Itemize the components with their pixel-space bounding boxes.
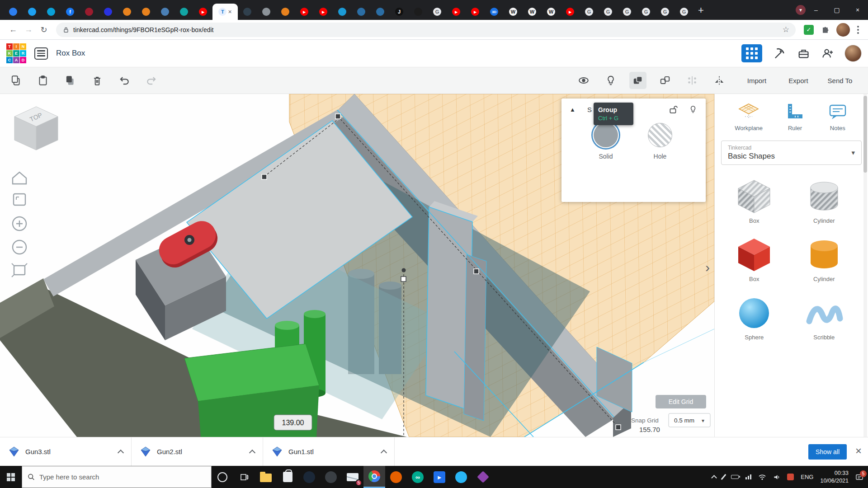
download-item[interactable]: Gun1.stl [263,437,395,466]
hidden-icons-chevron[interactable] [711,475,717,481]
shape-library-select[interactable]: Tinkercad Basic Shapes ▾ [721,141,862,165]
browser-tab[interactable] [118,4,137,20]
adblock-extension-icon[interactable]: ✓ [804,25,814,35]
browser-tab[interactable]: G [675,4,693,20]
window-minimize-button[interactable]: – [806,0,826,20]
browser-tab[interactable]: G [428,4,447,20]
task-view-button[interactable] [233,466,255,488]
solid-swatch[interactable] [594,123,618,147]
wifi-icon[interactable] [758,474,766,480]
chrome-taskbar-button[interactable] [363,466,385,488]
battery-icon[interactable] [731,475,739,479]
browser-tab[interactable] [352,4,371,20]
browser-tab[interactable]: J [390,4,409,20]
browser-tab[interactable]: ▸ [466,4,485,20]
browser-tab[interactable]: f [61,4,80,20]
download-item[interactable]: Gun3.stl [0,437,132,466]
download-chevron-icon[interactable] [249,449,255,455]
extensions-puzzle-icon[interactable] [819,24,831,36]
start-button[interactable] [0,466,22,488]
sidebar-scrollbar[interactable] [863,94,867,437]
tab-close-icon[interactable]: × [228,9,231,15]
browser-tab[interactable] [276,4,295,20]
window-close-button[interactable]: × [847,0,868,20]
sidebar-collapse-chevron[interactable]: › [705,260,710,275]
browser-tab[interactable]: ▸ [193,4,212,20]
delete-button[interactable] [89,72,106,89]
browser-tab[interactable] [23,4,42,20]
omnibox[interactable]: tinkercad.com/things/9FBOR1eSGpR-rox-box… [56,23,796,37]
browser-tab[interactable]: W [542,4,561,20]
steam-taskbar-button[interactable] [298,466,320,488]
hole-option[interactable]: Hole [648,123,672,160]
ruler-tool[interactable]: Ruler [784,101,805,131]
taskbar-search[interactable] [22,466,212,488]
briefcase-icon-button[interactable] [796,46,811,61]
shape-box-red[interactable]: Box [719,235,789,282]
browser-tab[interactable]: G [599,4,618,20]
browser-tab[interactable] [137,4,156,20]
shape-cylinder-orange[interactable]: Cylinder [789,235,859,282]
group-button[interactable] [629,72,646,89]
paste-button[interactable] [34,72,52,89]
browser-menu-icon[interactable] [857,26,859,34]
firefox-taskbar-button[interactable] [385,466,407,488]
download-chevron-icon[interactable] [381,449,387,455]
browser-tab[interactable]: G [618,4,637,20]
browser-tab[interactable] [409,4,428,20]
dimension-input[interactable]: 139.00 [274,415,312,430]
browser-tab[interactable] [333,4,352,20]
edit-grid-button[interactable]: Edit Grid [656,395,706,408]
new-tab-button[interactable]: + [698,5,704,16]
align-button[interactable] [684,72,701,89]
designs-menu-button[interactable] [34,47,48,60]
browser-tab[interactable]: G [637,4,656,20]
mirror-button[interactable] [711,72,728,89]
action-center-button[interactable]: 5 [855,474,863,481]
browser-profile-avatar[interactable] [836,23,850,37]
browser-tab[interactable] [4,4,23,20]
undo-button[interactable] [116,72,133,89]
browser-tab[interactable] [257,4,276,20]
shape-scribble[interactable]: Scribble [789,293,859,341]
browser-tab[interactable]: G [580,4,599,20]
duplicate-button[interactable] [61,72,79,89]
shape-box-striped[interactable]: Box [719,177,789,224]
movies-taskbar-button[interactable]: ▸ [429,466,450,488]
show-all-button[interactable]: Show all [808,444,847,460]
game-launcher-taskbar-button[interactable] [320,466,342,488]
browser-tab[interactable]: ▸ [295,4,314,20]
cortana-button[interactable] [212,466,233,488]
show-all-bulb-button[interactable] [602,72,619,89]
bulb-icon[interactable] [689,105,698,114]
file-explorer-taskbar-button[interactable] [255,466,277,488]
shape-cylinder-striped[interactable]: Cylinder [789,177,859,224]
solid-option[interactable]: Solid [594,123,618,160]
back-button[interactable]: ← [5,22,21,38]
taskbar-clock[interactable]: 00:33 10/06/2021 [820,469,849,484]
browser-tab[interactable]: 3D [485,4,504,20]
dashboard-grid-button[interactable] [741,44,762,62]
workplane-tool[interactable]: Workplane [735,101,763,131]
window-maximize-button[interactable]: ▢ [826,0,847,20]
tinkercad-logo[interactable]: TINKERCAD [6,43,26,63]
search-input[interactable] [39,473,206,481]
scrollbar-thumb[interactable] [863,96,867,173]
browser-tab[interactable]: W [504,4,523,20]
account-avatar[interactable] [844,45,862,62]
export-button[interactable]: Export [778,73,819,89]
volume-icon[interactable] [773,474,780,481]
redo-button[interactable] [143,72,160,89]
snap-grid-select[interactable]: 0.5 mm ▾ [669,413,710,427]
notes-tool[interactable]: Notes [827,101,848,131]
send-to-button[interactable]: Send To [819,73,861,89]
browser-tab[interactable] [80,4,99,20]
browser-tab[interactable]: ▸ [447,4,466,20]
paint-3d-taskbar-button[interactable] [472,466,494,488]
browser-tab[interactable] [238,4,257,20]
invite-user-button[interactable] [820,46,835,61]
camtasia-taskbar-button[interactable]: ∞ [407,466,429,488]
language-indicator[interactable]: ENG [801,474,813,480]
lock-icon[interactable] [669,105,678,114]
browser-tab[interactable]: ▸ [561,4,580,20]
